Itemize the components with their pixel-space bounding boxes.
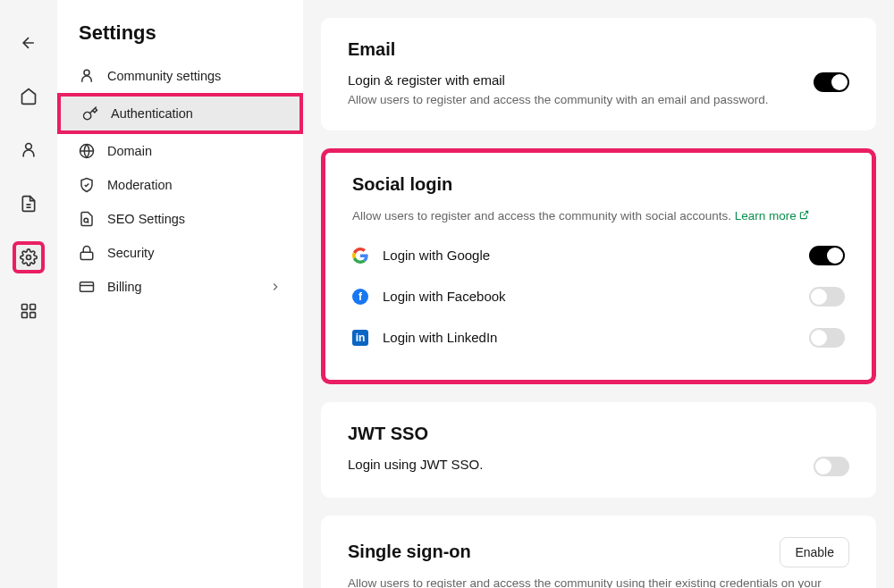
sidebar-item-security[interactable]: Security <box>57 236 303 270</box>
svg-rect-5 <box>30 313 36 318</box>
social-login-card: Social login Allow users to register and… <box>321 148 876 383</box>
email-login-toggle[interactable] <box>814 72 849 92</box>
icon-rail <box>0 0 57 588</box>
sidebar-item-domain[interactable]: Domain <box>57 134 303 168</box>
svg-rect-4 <box>22 313 28 318</box>
facebook-login-toggle[interactable] <box>809 287 845 307</box>
credit-card-icon <box>79 279 95 295</box>
svg-point-6 <box>84 70 89 75</box>
sso-enable-button[interactable]: Enable <box>780 537 849 567</box>
svg-point-1 <box>27 256 31 260</box>
gear-icon[interactable] <box>13 241 45 273</box>
social-section-title: Social login <box>352 174 845 195</box>
jwt-sso-card: JWT SSO Login using JWT SSO. <box>321 402 876 498</box>
sso-card: Single sign-on Enable Allow users to reg… <box>321 516 876 589</box>
home-icon[interactable] <box>13 80 45 113</box>
linkedin-login-label: Login with LinkedIn <box>383 330 497 345</box>
sidebar-item-label: Security <box>107 246 154 260</box>
email-row-desc: Allow users to register and access the c… <box>348 91 796 109</box>
external-link-icon <box>799 210 809 220</box>
sidebar-item-label: Moderation <box>107 178 173 192</box>
person-icon[interactable] <box>13 134 45 166</box>
social-desc: Allow users to register and access the c… <box>352 207 845 225</box>
lock-icon <box>79 245 95 261</box>
svg-rect-9 <box>80 252 93 259</box>
shield-icon <box>79 177 95 193</box>
svg-rect-3 <box>30 305 36 310</box>
person-icon <box>79 68 95 84</box>
email-row-title: Login & register with email <box>348 72 796 88</box>
jwt-desc: Login using JWT SSO. <box>348 457 796 472</box>
sso-desc: Allow users to register and access the c… <box>348 575 849 589</box>
sso-section-title: Single sign-on <box>348 542 471 562</box>
sidebar-item-billing[interactable]: Billing <box>57 270 303 304</box>
sidebar-item-label: Authentication <box>111 106 193 121</box>
facebook-login-row: f Login with Facebook <box>352 276 845 317</box>
search-file-icon <box>79 211 95 227</box>
sidebar-title: Settings <box>57 21 303 59</box>
back-icon[interactable] <box>13 27 45 59</box>
svg-rect-2 <box>22 305 28 310</box>
social-learn-more-link[interactable]: Learn more <box>735 209 809 223</box>
sidebar-item-authentication[interactable]: Authentication <box>57 93 303 134</box>
svg-point-0 <box>26 144 32 150</box>
facebook-login-label: Login with Facebook <box>383 289 506 304</box>
sidebar-item-label: Billing <box>107 280 142 294</box>
jwt-sso-toggle[interactable] <box>814 457 849 476</box>
sidebar-item-label: Community settings <box>107 69 221 83</box>
facebook-icon: f <box>352 289 368 305</box>
sidebar-item-community-settings[interactable]: Community settings <box>57 59 303 93</box>
google-icon <box>352 248 368 264</box>
chevron-right-icon <box>269 281 282 293</box>
sidebar-item-moderation[interactable]: Moderation <box>57 168 303 202</box>
google-login-toggle[interactable] <box>809 246 845 265</box>
sidebar-item-label: Domain <box>107 144 152 158</box>
globe-icon <box>79 143 95 159</box>
key-icon <box>82 105 98 122</box>
jwt-section-title: JWT SSO <box>348 424 849 444</box>
linkedin-login-row: in Login with LinkedIn <box>352 317 845 358</box>
email-section-title: Email <box>348 39 849 60</box>
email-card: Email Login & register with email Allow … <box>321 18 876 130</box>
svg-rect-10 <box>80 282 94 292</box>
main-content: Email Login & register with email Allow … <box>303 0 894 588</box>
google-login-label: Login with Google <box>383 248 490 263</box>
linkedin-login-toggle[interactable] <box>809 328 845 348</box>
sidebar-item-label: SEO Settings <box>107 212 185 226</box>
linkedin-icon: in <box>352 330 368 346</box>
sidebar: Settings Community settings Authenticati… <box>57 0 303 588</box>
apps-icon[interactable] <box>13 295 45 327</box>
document-icon[interactable] <box>13 188 45 220</box>
google-login-row: Login with Google <box>352 235 845 276</box>
sidebar-item-seo-settings[interactable]: SEO Settings <box>57 202 303 236</box>
